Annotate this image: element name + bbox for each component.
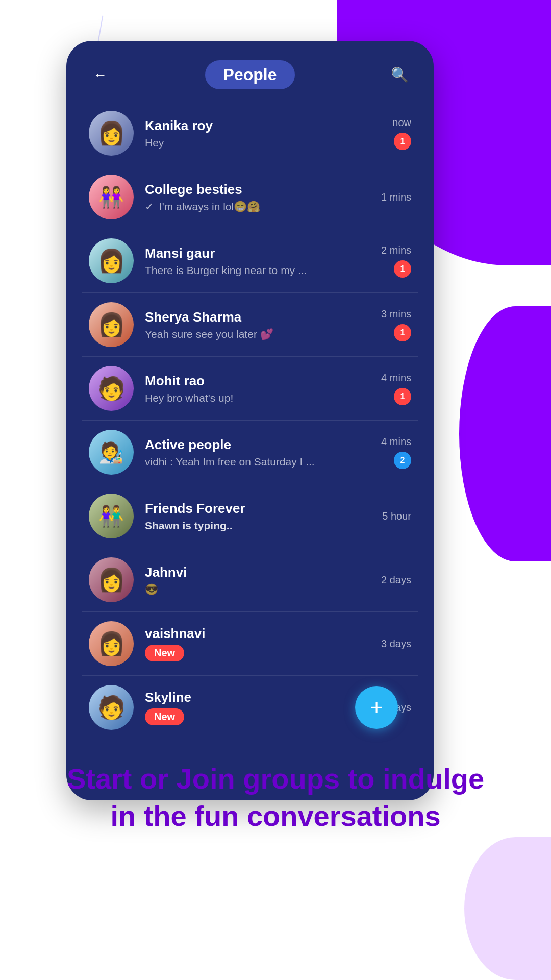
new-badge: New [145,645,184,662]
conv-info-sherya: Sherya Sharma Yeah sure see you later 💕 [145,309,375,340]
conv-info-jahnvi: Jahnvi 😎 [145,565,375,596]
conv-item-college[interactable]: 👭 College besties ✓ I'm always in lol😁🤗 … [82,165,418,229]
unread-badge: 2 [394,452,411,469]
avatar-sherya: 👩 [89,302,134,347]
conv-name: Jahnvi [145,565,375,580]
conv-info-mansi: Mansi gaur There is Burger king near to … [145,246,375,277]
conv-info-college: College besties ✓ I'm always in lol😁🤗 [145,182,375,213]
conv-meta: 4 mins 2 [381,436,411,469]
conv-name: Mohit rao [145,373,375,389]
avatar-friends: 👫 [89,494,134,538]
conv-time: 1 mins [381,191,411,203]
conv-name: College besties [145,182,375,198]
conv-meta: 2 mins 1 [381,244,411,278]
conv-item-friends[interactable]: 👫 Friends Forever Shawn is typing.. 5 ho… [82,484,418,548]
conv-meta: 3 days [381,638,411,650]
unread-badge: 1 [394,388,411,405]
unread-badge: 1 [394,324,411,341]
conv-preview: There is Burger king near to my ... [145,264,375,277]
unread-badge: 1 [394,260,411,278]
conv-item-jahnvi[interactable]: 👩 Jahnvi 😎 2 days [82,548,418,612]
conv-meta: 4 mins 1 [381,372,411,405]
search-icon: 🔍 [391,66,409,83]
avatar-kanika: 👩 [89,111,134,156]
avatar-active: 🧑‍🎨 [89,430,134,475]
conv-preview: vidhi : Yeah Im free on Saturday I ... [145,456,375,468]
add-icon: + [370,696,383,719]
conv-meta: 1 mins [381,191,411,203]
avatar-vaishnavi: 👩 [89,621,134,666]
conv-time: 5 hour [382,510,411,522]
avatar-skyline: 🧑 [89,685,134,730]
avatar-college: 👭 [89,175,134,219]
conv-preview: ✓ I'm always in lol😁🤗 [145,201,375,213]
back-icon: ← [93,67,107,83]
title-pill: People [205,60,295,89]
search-button[interactable]: 🔍 [389,64,411,86]
bg-blob-bottom [464,837,551,980]
conv-item-mansi[interactable]: 👩 Mansi gaur There is Burger king near t… [82,229,418,293]
conv-time: now [392,117,411,129]
conv-info-skyline: Skyline New [145,690,375,725]
conv-item-vaishnavi[interactable]: 👩 vaishnavi New 3 days [82,612,418,676]
conv-preview: New [145,708,375,725]
conv-item-mohit[interactable]: 🧑 Mohit rao Hey bro what's up! 4 mins 1 [82,357,418,421]
conv-name: Mansi gaur [145,246,375,261]
conv-info-mohit: Mohit rao Hey bro what's up! [145,373,375,404]
conv-preview: 😎 [145,583,375,596]
conv-time: 3 mins [381,308,411,320]
conv-name: Skyline [145,690,375,705]
conv-info-kanika: Kanika roy Hey [145,118,386,149]
avatar-jahnvi: 👩 [89,557,134,602]
tagline-text: Start or Join groups to indulge in the f… [41,761,510,835]
conv-item-kanika[interactable]: 👩 Kanika roy Hey now 1 [82,102,418,165]
conv-name: Sherya Sharma [145,309,375,325]
conv-name: Kanika roy [145,118,386,134]
conv-item-active[interactable]: 🧑‍🎨 Active people vidhi : Yeah Im free o… [82,421,418,484]
page-title: People [223,65,277,84]
back-button[interactable]: ← [89,64,111,86]
conv-item-sherya[interactable]: 👩 Sherya Sharma Yeah sure see you later … [82,293,418,357]
phone-card: ← People 🔍 👩 Kanika roy Hey now 1 👭 [66,41,434,800]
bg-blob-mid [459,306,551,561]
conv-info-active: Active people vidhi : Yeah Im free on Sa… [145,437,375,468]
conv-time: 4 mins [381,372,411,384]
tagline-section: Start or Join groups to indulge in the f… [0,761,551,835]
conv-meta: 2 days [381,574,411,586]
conv-name: Active people [145,437,375,453]
conv-info-vaishnavi: vaishnavi New [145,626,375,662]
conv-meta: 3 mins 1 [381,308,411,341]
conv-preview-typing: Shawn is typing.. [145,520,376,532]
header: ← People 🔍 [66,41,434,102]
conv-preview: Yeah sure see you later 💕 [145,328,375,340]
fab-add-button[interactable]: + [355,686,398,729]
conv-time: 2 days [381,574,411,586]
avatar-mohit: 🧑 [89,366,134,411]
unread-badge: 1 [394,133,411,150]
conv-preview: Hey [145,137,386,149]
conv-time: 2 mins [381,244,411,256]
conv-name: vaishnavi [145,626,375,642]
conv-info-friends: Friends Forever Shawn is typing.. [145,501,376,532]
conv-time: 4 mins [381,436,411,448]
conv-name: Friends Forever [145,501,376,517]
conv-preview: New [145,645,375,662]
avatar-mansi: 👩 [89,238,134,283]
conv-preview: Hey bro what's up! [145,392,375,404]
conv-time: 3 days [381,638,411,650]
conversation-list: 👩 Kanika roy Hey now 1 👭 College besties… [66,102,434,739]
conv-meta: 5 hour [382,510,411,522]
new-badge: New [145,708,184,725]
conv-meta: now 1 [392,117,411,150]
